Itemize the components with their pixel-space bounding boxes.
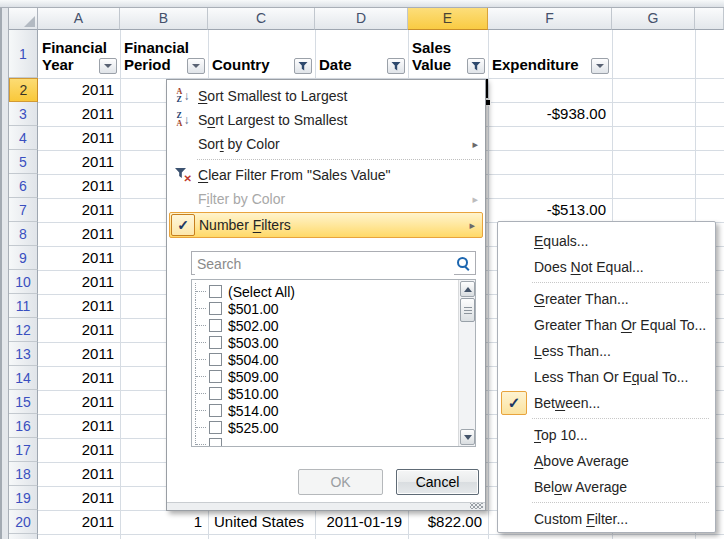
grid-cell-A19[interactable]: 2011	[39, 486, 119, 510]
row-header-15[interactable]: 15	[9, 390, 38, 414]
column-header-E[interactable]: E	[408, 8, 488, 30]
column-header-D[interactable]: D	[315, 8, 408, 30]
column-header-A[interactable]: A	[38, 8, 120, 30]
search-icon[interactable]	[455, 255, 471, 271]
grid-cell-A16[interactable]: 2011	[39, 414, 119, 438]
checkbox[interactable]	[209, 387, 222, 400]
value-list-item[interactable]: $510.00	[195, 385, 457, 402]
row-header-6[interactable]: 6	[9, 174, 38, 198]
row-header-partial[interactable]	[9, 534, 38, 539]
grid-cell-A11[interactable]: 2011	[39, 294, 119, 318]
row-header-5[interactable]: 5	[9, 150, 38, 174]
column-header-F[interactable]: F	[488, 8, 612, 30]
submenu-item[interactable]: Custom Filter...	[498, 506, 715, 532]
filter-dropdown-button[interactable]	[187, 58, 205, 74]
checkbox[interactable]	[209, 285, 222, 298]
ok-button[interactable]: OK	[298, 469, 383, 495]
grid-cell-D20[interactable]: 2011-01-19	[316, 510, 407, 534]
value-list-item[interactable]	[195, 436, 457, 447]
grid-cell-A6[interactable]: 2011	[39, 174, 119, 198]
submenu-item[interactable]: Equals...	[498, 228, 715, 254]
row-header-20[interactable]: 20	[9, 510, 38, 534]
row-header-4[interactable]: 4	[9, 126, 38, 150]
grid-cell-A5[interactable]: 2011	[39, 150, 119, 174]
value-list-item[interactable]: $509.00	[195, 368, 457, 385]
grid-cell-A10[interactable]: 2011	[39, 270, 119, 294]
submenu-item[interactable]: Less Than...	[498, 338, 715, 364]
menu-item[interactable]: Sort by Color▸	[167, 132, 485, 156]
grid-cell-A8[interactable]: 2011	[39, 222, 119, 246]
submenu-item[interactable]: Top 10...	[498, 422, 715, 448]
filter-dropdown-button[interactable]	[99, 58, 117, 74]
row-header-10[interactable]: 10	[9, 270, 38, 294]
select-all-button[interactable]	[9, 8, 38, 30]
menu-item[interactable]: ✓Number Filters▸	[169, 212, 483, 238]
row-header-3[interactable]: 3	[9, 102, 38, 126]
filter-applied-button[interactable]	[467, 58, 485, 74]
checkbox[interactable]	[209, 319, 222, 332]
row-header-18[interactable]: 18	[9, 462, 38, 486]
menu-item[interactable]: ✕Clear Filter From "Sales Value"	[167, 163, 485, 187]
filter-dropdown-button[interactable]	[591, 58, 609, 74]
value-list-item[interactable]: $501.00	[195, 300, 457, 317]
checkbox[interactable]	[209, 438, 222, 447]
row-header-16[interactable]: 16	[9, 414, 38, 438]
submenu-item[interactable]: Greater Than Or Equal To...	[498, 312, 715, 338]
grid-cell-F3[interactable]: -$938.00	[489, 102, 611, 126]
row-header-8[interactable]: 8	[9, 222, 38, 246]
grid-cell-A4[interactable]: 2011	[39, 126, 119, 150]
grid-cell-A18[interactable]: 2011	[39, 462, 119, 486]
filter-applied-button[interactable]	[387, 58, 405, 74]
row-header-14[interactable]: 14	[9, 366, 38, 390]
row-header-13[interactable]: 13	[9, 342, 38, 366]
grid-cell-A7[interactable]: 2011	[39, 198, 119, 222]
grid-cell-A20[interactable]: 2011	[39, 510, 119, 534]
grid-cell-A15[interactable]: 2011	[39, 390, 119, 414]
scrollbar-thumb[interactable]	[460, 298, 475, 322]
value-list-item[interactable]: (Select All)	[195, 283, 457, 300]
checkbox[interactable]	[209, 404, 222, 417]
value-list-item[interactable]: $525.00	[195, 419, 457, 436]
column-header-partial[interactable]	[695, 8, 724, 30]
grid-cell-C20[interactable]: United States	[209, 510, 314, 534]
grid-cell-B20[interactable]: 1	[121, 510, 207, 534]
grid-cell-A13[interactable]: 2011	[39, 342, 119, 366]
grid-cell-A2[interactable]: 2011	[39, 78, 119, 102]
column-header-C[interactable]: C	[208, 8, 315, 30]
column-header-G[interactable]: G	[612, 8, 695, 30]
cancel-button[interactable]: Cancel	[396, 469, 479, 495]
submenu-item[interactable]: Above Average	[498, 448, 715, 474]
submenu-item[interactable]: Greater Than...	[498, 286, 715, 312]
resize-grip[interactable]	[470, 503, 483, 509]
grid-cell-A3[interactable]: 2011	[39, 102, 119, 126]
submenu-item[interactable]: Does Not Equal...	[498, 254, 715, 280]
column-header-B[interactable]: B	[120, 8, 208, 30]
grid-cell-E20[interactable]: $822.00	[409, 510, 487, 534]
grid-cell-A9[interactable]: 2011	[39, 246, 119, 270]
checkbox[interactable]	[209, 353, 222, 366]
scrollbar[interactable]	[458, 280, 475, 446]
row-header-12[interactable]: 12	[9, 318, 38, 342]
menu-item[interactable]: ZA↓Sort Largest to Smallest	[167, 108, 485, 132]
search-input[interactable]	[195, 253, 454, 275]
value-list-item[interactable]: $504.00	[195, 351, 457, 368]
value-list-item[interactable]: $502.00	[195, 317, 457, 334]
menu-item[interactable]: AZ↓Sort Smallest to Largest	[167, 84, 485, 108]
submenu-item[interactable]: ✓Between...	[498, 390, 715, 416]
submenu-item[interactable]: Less Than Or Equal To...	[498, 364, 715, 390]
checkbox[interactable]	[209, 421, 222, 434]
checkbox[interactable]	[209, 370, 222, 383]
scroll-down-button[interactable]	[460, 429, 475, 445]
filter-applied-button[interactable]	[294, 58, 312, 74]
row-header-1[interactable]: 1	[9, 30, 38, 78]
menu-item[interactable]: Filter by Color▸	[167, 187, 485, 211]
row-header-9[interactable]: 9	[9, 246, 38, 270]
grid-cell-A14[interactable]: 2011	[39, 366, 119, 390]
checkbox[interactable]	[209, 302, 222, 315]
row-header-11[interactable]: 11	[9, 294, 38, 318]
grid-cell-A17[interactable]: 2011	[39, 438, 119, 462]
submenu-item[interactable]: Below Average	[498, 474, 715, 500]
grid-cell-A12[interactable]: 2011	[39, 318, 119, 342]
value-list-item[interactable]: $503.00	[195, 334, 457, 351]
row-header-19[interactable]: 19	[9, 486, 38, 510]
